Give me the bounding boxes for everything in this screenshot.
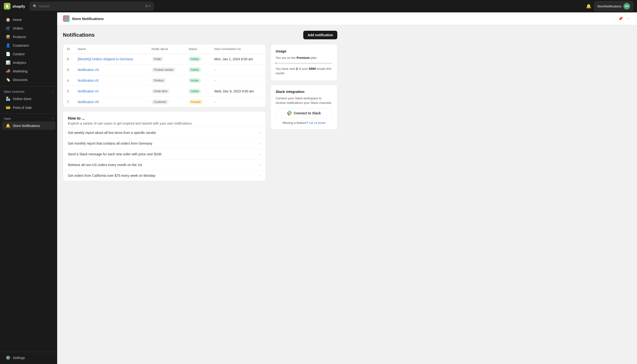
customers-icon: 👤: [6, 43, 10, 48]
notify-badge: Order item: [152, 89, 170, 94]
notification-link[interactable]: Notification #5: [78, 100, 99, 104]
sidebar-item-orders[interactable]: 🛒 Orders: [2, 24, 55, 32]
search-input[interactable]: [39, 4, 143, 8]
cell-status: Active: [184, 75, 210, 86]
let-us-know-link[interactable]: Let us know: [309, 121, 325, 124]
col-status: Status: [184, 44, 210, 54]
sidebar-item-discounts[interactable]: 🏷️ Discounts: [2, 76, 55, 84]
col-notify-about: Notify about: [148, 44, 184, 54]
col-main: ID Name Notify about Status Next schedul…: [63, 44, 266, 181]
sidebar-item-label: Marketing: [13, 69, 28, 73]
status-badge: Active: [188, 78, 201, 83]
more-options-button[interactable]: ···: [626, 16, 631, 22]
notification-link[interactable]: Notification #1: [78, 89, 99, 93]
how-to-subtitle: Explore a variety of use cases to get in…: [68, 122, 261, 125]
cell-next-run: -: [210, 64, 266, 75]
cell-next-run: Wed, Dec 6, 2023 9:00 am: [210, 86, 266, 97]
avatar: SN: [624, 3, 630, 10]
usage-plan-text: You are on the Premium plan.: [276, 56, 332, 60]
sidebar-item-store-notifications[interactable]: 🔔 Store Notifications: [2, 122, 55, 130]
store-name: StoreNotifications: [597, 4, 622, 8]
how-to-item[interactable]: Send a Slack message for each new order …: [63, 149, 266, 159]
sidebar-bottom: ⚙️ Settings: [0, 350, 57, 362]
products-icon: 📦: [6, 34, 10, 39]
cell-notify-about: Order item: [148, 86, 184, 97]
connect-to-slack-button[interactable]: Connect to Slack: [276, 108, 332, 118]
table-row: 4 Notification #2 Product Active -: [63, 75, 266, 86]
cell-notify-about: Order: [148, 54, 184, 64]
col-side: Usage You are on the Premium plan. You h…: [270, 44, 337, 130]
status-badge: Active: [188, 68, 201, 72]
cell-name: Notification #1: [74, 86, 148, 97]
notifications-table: ID Name Notify about Status Next schedul…: [63, 44, 266, 107]
sidebar-item-settings[interactable]: ⚙️ Settings: [2, 354, 55, 362]
cell-status: Active: [184, 64, 210, 75]
chevron-right-icon: ›: [260, 152, 261, 156]
usage-progress-bar-wrap: [276, 63, 332, 64]
sidebar-item-products[interactable]: 📦 Products: [2, 33, 55, 41]
shopify-bag-icon: [4, 3, 10, 10]
content-icon: 📄: [6, 52, 10, 56]
sidebar-item-point-of-sale[interactable]: 💳 Point of Sale: [2, 104, 55, 112]
sidebar-item-analytics[interactable]: 📊 Analytics: [2, 58, 55, 67]
notify-badge: Product variant: [152, 68, 176, 72]
shopify-logo: shopify: [4, 3, 25, 10]
pin-button[interactable]: 📌: [617, 16, 624, 22]
chevron-right-icon: ›: [260, 163, 261, 167]
apps-label[interactable]: Apps ›: [0, 115, 57, 121]
search-icon: 🔍: [33, 4, 37, 8]
cell-next-run: Mon, Jan 1, 2024 8:00 am: [210, 54, 266, 64]
how-to-title: How to ...: [68, 116, 261, 120]
sidebar-item-customers[interactable]: 👤 Customers: [2, 41, 55, 50]
page-header-right: 📌 ···: [617, 16, 631, 22]
table-row: 5 Notification #3 Product variant Active…: [63, 64, 266, 75]
page-header-left: Store Notifications: [63, 15, 104, 22]
cell-next-run: -: [210, 75, 266, 86]
notifications-bell-button[interactable]: 🔔: [586, 4, 591, 9]
notify-badge: Customer: [152, 100, 169, 104]
notification-link[interactable]: Notification #3: [78, 68, 99, 72]
how-to-item[interactable]: Get monthly report that contains all ord…: [63, 138, 266, 149]
connect-to-slack-label: Connect to Slack: [294, 111, 321, 115]
cell-status: Active: [184, 86, 210, 97]
store-switcher-button[interactable]: StoreNotifications SN: [594, 1, 633, 11]
chevron-right-icon: ›: [52, 90, 53, 93]
sidebar-item-label: Settings: [13, 356, 25, 360]
how-to-item-text: Get orders from California over $75 ever…: [68, 174, 155, 178]
page-header-bar: Store Notifications 📌 ···: [57, 12, 637, 25]
search-bar[interactable]: 🔍 ⌘ K: [30, 2, 154, 10]
status-badge: Paused: [188, 100, 203, 104]
cell-id: 3: [63, 86, 74, 97]
layout: 🏠 Home 🛒 Orders 📦 Products 👤 Customers 📄…: [0, 12, 637, 364]
sidebar-item-content[interactable]: 📄 Content: [2, 50, 55, 58]
search-shortcut: ⌘ K: [145, 4, 150, 8]
page-title: Notifications: [63, 32, 94, 38]
col-id: ID: [63, 44, 74, 54]
cell-name: Notification #2: [74, 75, 148, 86]
sidebar-item-online-store[interactable]: 🏪 Online Store: [2, 94, 55, 103]
cell-id: 7: [63, 97, 74, 108]
table-row: 6 [Monthly] Orders shipped to Germany Or…: [63, 54, 266, 64]
notification-link[interactable]: Notification #2: [78, 78, 99, 82]
add-notification-button[interactable]: Add notification: [303, 31, 337, 39]
analytics-icon: 📊: [6, 60, 10, 65]
notification-link[interactable]: [Monthly] Orders shipped to Germany: [78, 57, 133, 61]
sales-channels-label[interactable]: Sales channels ›: [0, 88, 57, 94]
how-to-item[interactable]: Retrieve all non-US orders every month o…: [63, 159, 266, 170]
cell-status: Active: [184, 54, 210, 64]
cell-name: Notification #5: [74, 97, 148, 108]
sidebar: 🏠 Home 🛒 Orders 📦 Products 👤 Customers 📄…: [0, 12, 57, 364]
how-to-items: Get weekly report about all line items f…: [63, 127, 266, 181]
sent-limit: 5000: [309, 67, 316, 70]
online-store-icon: 🏪: [6, 96, 10, 101]
slack-card: Slack integration Connect your Slack wor…: [270, 84, 337, 130]
how-to-item[interactable]: Get orders from California over $75 ever…: [63, 170, 266, 181]
app-icon: [63, 15, 70, 22]
sent-count: 2: [296, 67, 298, 70]
how-to-item[interactable]: Get weekly report about all line items f…: [63, 127, 266, 138]
sidebar-item-home[interactable]: 🏠 Home: [2, 16, 55, 24]
chevron-right-icon: ›: [260, 142, 261, 145]
sidebar-item-label: Analytics: [13, 61, 26, 64]
sidebar-item-marketing[interactable]: 📣 Marketing: [2, 67, 55, 75]
notify-badge: Order: [152, 57, 164, 62]
